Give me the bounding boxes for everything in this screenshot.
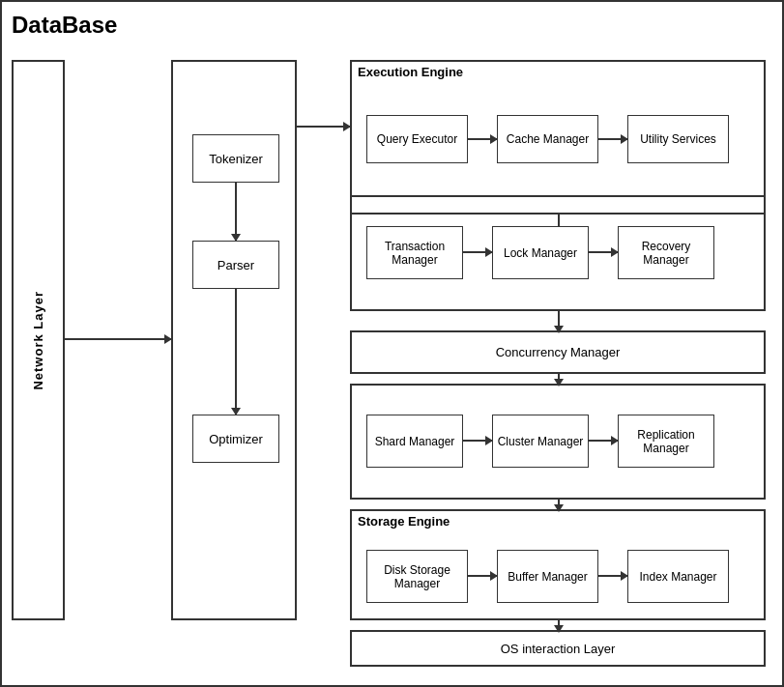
page-title: DataBase (12, 12, 117, 39)
arrow-lock-to-recovery (589, 251, 618, 253)
query-executor-box: Query Executor (366, 115, 468, 163)
storage-engine-label: Storage Engine (358, 514, 450, 529)
arrow-middle-to-exec (297, 126, 350, 128)
transaction-manager-box: Transaction Manager (366, 226, 463, 279)
tokenizer-box: Tokenizer (192, 134, 279, 183)
cluster-manager-box: Cluster Manager (492, 415, 589, 468)
canvas: DataBase Network Layer Tokenizer Parser … (0, 0, 784, 687)
middle-column-box: Tokenizer Parser Optimizer (171, 60, 297, 620)
parser-box: Parser (192, 241, 279, 289)
arrow-parser-to-optimizer (235, 289, 237, 415)
distribution-box: Shard Manager Cluster Manager Replicatio… (350, 384, 766, 500)
arrow-network-to-middle (65, 338, 171, 340)
optimizer-box: Optimizer (192, 415, 279, 463)
recovery-manager-box: Recovery Manager (618, 226, 714, 279)
replication-manager-box: Replication Manager (618, 415, 714, 468)
buffer-manager-box: Buffer Manager (497, 550, 598, 603)
concurrency-manager-box: Concurrency Manager (350, 330, 766, 374)
arrow-cluster-to-replication (589, 440, 618, 442)
disk-storage-manager-box: Disk Storage Manager (366, 550, 468, 603)
utility-services-box: Utility Services (627, 115, 729, 163)
transaction-box: Transaction Manager Lock Manager Recover… (350, 195, 766, 311)
storage-engine-box: Storage Engine Disk Storage Manager Buff… (350, 509, 766, 620)
network-layer-box: Network Layer (12, 60, 65, 620)
arrow-trans-to-lock (463, 251, 492, 253)
arrow-buffer-to-index (598, 575, 627, 577)
arrow-tokenizer-to-parser (235, 183, 237, 241)
arrow-cache-to-utility (598, 138, 627, 140)
arrow-shard-to-cluster (463, 440, 492, 442)
lock-manager-box: Lock Manager (492, 226, 589, 279)
execution-engine-label: Execution Engine (358, 65, 463, 79)
shard-manager-box: Shard Manager (366, 415, 463, 468)
os-layer-box: OS interaction Layer (350, 630, 766, 667)
network-layer-label: Network Layer (31, 291, 45, 390)
arrow-trans-to-concur (558, 311, 560, 332)
arrow-disk-to-buffer (468, 575, 497, 577)
execution-engine-box: Execution Engine Query Executor Cache Ma… (350, 60, 766, 215)
index-manager-box: Index Manager (627, 550, 729, 603)
arrow-query-to-cache (468, 138, 497, 140)
cache-manager-box: Cache Manager (497, 115, 598, 163)
